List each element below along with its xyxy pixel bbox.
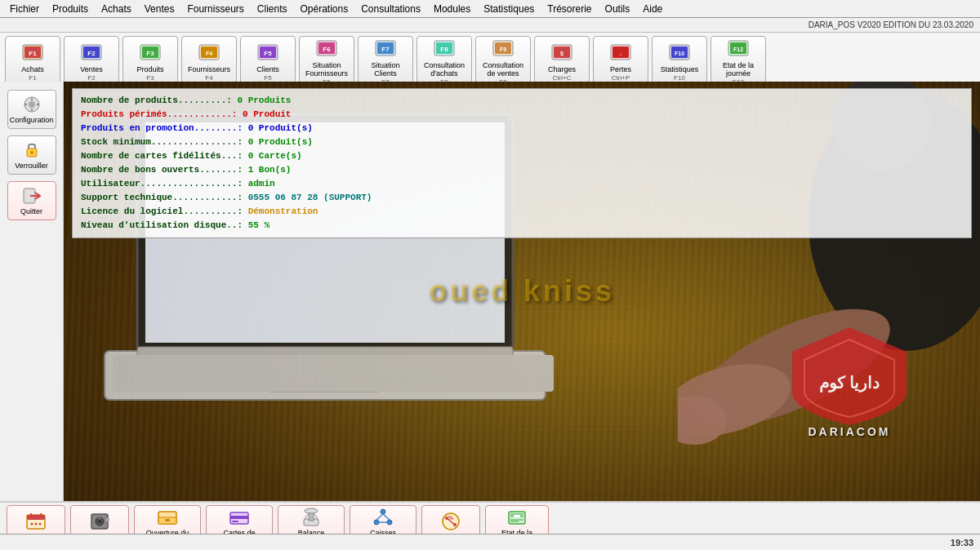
gear-icon: [20, 95, 43, 114]
toolbar-ventes[interactable]: F2 Ventes F2: [64, 36, 119, 88]
svg-point-80: [381, 509, 385, 514]
svg-point-77: [305, 508, 318, 513]
menu-produits[interactable]: Produits: [46, 2, 95, 16]
svg-line-84: [383, 514, 390, 520]
svg-point-82: [387, 520, 392, 525]
svg-point-90: [453, 523, 457, 526]
menu-fournisseurs[interactable]: Fournisseurs: [180, 2, 250, 16]
truck-icon: F4: [196, 42, 222, 65]
svg-text:F8: F8: [440, 46, 448, 53]
toolbar-consult-ventes[interactable]: F9 Consultationde ventes F9: [475, 36, 531, 88]
info-panel: Nombre de produits.........: 0 Produits …: [72, 88, 972, 238]
toolbar-etat-journee[interactable]: F12 Etat de lajournée F12: [710, 36, 766, 88]
toolbar-clients[interactable]: F5 Clients F5: [240, 36, 296, 88]
svg-point-63: [39, 523, 42, 526]
menu-operations[interactable]: Opérations: [293, 2, 354, 16]
toolbar-pertes[interactable]: ↓ Pertes Ctrl+P: [593, 36, 648, 88]
menu-ventes[interactable]: Ventes: [138, 2, 181, 16]
calendar-icon: F12: [725, 38, 751, 61]
toolbar-charges-label: Charges: [548, 66, 576, 74]
menu-consultations[interactable]: Consultations: [354, 2, 427, 16]
cart-icon: F1: [20, 42, 46, 65]
info-support: Support technique............: 0555 06 8…: [81, 191, 963, 205]
svg-rect-58: [27, 515, 45, 520]
menubar: Fichier Produits Achats Ventes Fournisse…: [0, 0, 980, 18]
toolbar-achats-key: F1: [29, 74, 36, 82]
logo-english: DARIACOM: [808, 425, 891, 438]
toolbar-achats[interactable]: F1 Achats F1: [5, 36, 60, 88]
toolbar-charges-key: Ctrl+C: [553, 74, 572, 82]
search-icon: F8: [431, 38, 457, 61]
svg-text:↓: ↓: [619, 51, 622, 56]
toolbar-charges[interactable]: $ Charges Ctrl+C: [534, 36, 590, 88]
toolbar-statistiques[interactable]: F10 Statistiques F10: [652, 36, 707, 88]
lock-icon: [20, 140, 43, 160]
promo-icon: %: [439, 512, 462, 531]
titlebar: DARIA_POS V2020 EDITION DU 23.03.2020: [0, 18, 980, 33]
background-image: Nombre de produits.........: 0 Produits …: [64, 82, 980, 501]
info-licence: Licence du logiciel..........: Démonstra…: [81, 205, 963, 219]
info-stock-min: Stock minimum................: 0 Produit…: [81, 135, 963, 149]
menu-clients[interactable]: Clients: [251, 2, 294, 16]
menu-modules[interactable]: Modules: [427, 2, 477, 16]
svg-text:F1: F1: [29, 50, 37, 57]
logo-overlay: داريا كوم DARIACOM: [735, 305, 964, 452]
toolbar-fournisseurs-label: Fournisseurs: [188, 66, 230, 74]
svg-text:F7: F7: [381, 46, 390, 53]
svg-text:F3: F3: [146, 50, 154, 57]
svg-point-61: [31, 523, 33, 526]
menu-outils[interactable]: Outils: [599, 2, 637, 16]
app-title: DARIA_POS V2020 EDITION DU 23.03.2020: [808, 20, 973, 29]
svg-rect-73: [230, 516, 248, 519]
toolbar-ventes-key: F2: [87, 74, 95, 82]
person-icon: F5: [255, 42, 281, 65]
toolbar-consult-achats[interactable]: F8 Consultationd'achats F8: [416, 36, 472, 88]
menu-aide[interactable]: Aide: [636, 2, 669, 16]
svg-point-81: [374, 520, 379, 525]
svg-rect-74: [232, 521, 238, 522]
toolbar-situation-fournisseurs[interactable]: F6 SituationFournisseurs F6: [299, 36, 354, 88]
info-cartes-fidelite: Nombre de cartes fidélités...: 0 Carte(s…: [81, 149, 963, 163]
cashier-icon: [506, 508, 528, 527]
main-content: Nombre de produits.........: 0 Produits …: [64, 82, 980, 501]
menu-tresorerie[interactable]: Trésorerie: [541, 2, 598, 16]
svg-line-78: [305, 514, 308, 519]
toolbar-clients-key: F5: [264, 74, 271, 82]
sidebar-verrouiller[interactable]: Verrouiller: [7, 135, 56, 175]
toolbar-sit-fourn-label: SituationFournisseurs: [305, 62, 348, 78]
toolbar-consult-ventes-label: Consultationde ventes: [483, 62, 523, 78]
menu-statistiques[interactable]: Statistiques: [477, 2, 541, 16]
svg-rect-68: [106, 518, 109, 521]
toolbar-fournisseurs[interactable]: F4 Fournisseurs F4: [181, 36, 237, 88]
menu-achats[interactable]: Achats: [95, 2, 138, 16]
exit-icon: [20, 186, 43, 206]
toolbar-ventes-label: Ventes: [80, 66, 103, 74]
sidebar-configuration[interactable]: Configuration: [7, 90, 56, 129]
toolbar-situation-clients[interactable]: F7 SituationClients F7: [358, 36, 413, 88]
svg-line-83: [376, 514, 383, 520]
sidebar-quitter[interactable]: Quitter: [7, 181, 56, 220]
toolbar-sit-clients-label: SituationClients: [371, 62, 399, 78]
status-time: 19:33: [951, 538, 973, 548]
chart2-icon: F7: [372, 38, 399, 61]
svg-point-62: [35, 523, 38, 526]
svg-text:F5: F5: [264, 50, 272, 57]
toolbar-produits-key: F3: [146, 74, 154, 82]
toolbar-consult-achats-label: Consultationd'achats: [424, 62, 465, 78]
svg-point-40: [29, 101, 35, 108]
scale-icon: [300, 508, 323, 527]
box-icon: F3: [137, 42, 163, 65]
toolbar-clients-label: Clients: [256, 66, 279, 74]
toolbar-pertes-key: Ctrl+P: [612, 74, 630, 82]
svg-text:داريا كوم: داريا كوم: [819, 374, 880, 393]
toolbar-produits[interactable]: F3 Produits F3: [122, 36, 178, 88]
sidebar: Configuration Verrouiller Quitter: [0, 82, 64, 501]
svg-text:F4: F4: [206, 51, 212, 56]
toolbar-stats-key: F10: [674, 74, 685, 82]
info-disque: Niveau d'utilisation disque..: 55 %: [81, 219, 963, 233]
safe-icon: [88, 512, 111, 531]
svg-point-42: [30, 151, 33, 154]
menu-fichier[interactable]: Fichier: [3, 2, 46, 16]
money-icon: $: [549, 42, 575, 65]
calendar2-icon: [24, 512, 47, 531]
